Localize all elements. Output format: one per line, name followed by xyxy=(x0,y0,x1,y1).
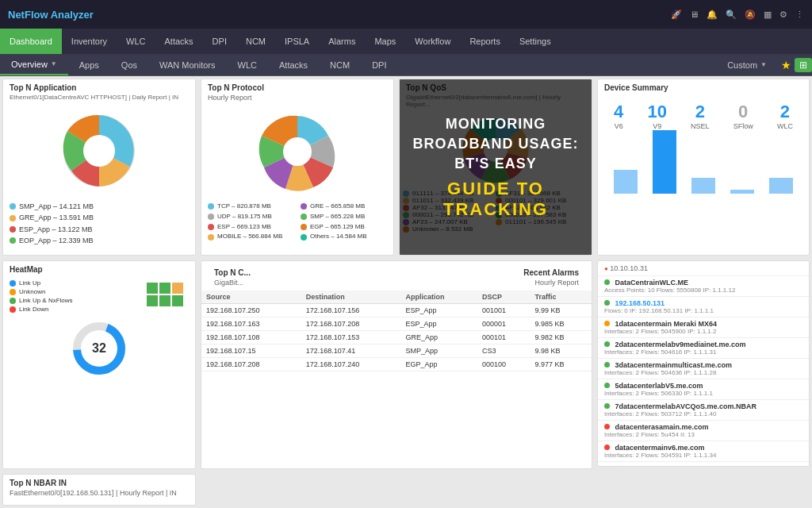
device-sflow: 0 SFlow xyxy=(733,102,753,130)
search-icon[interactable]: 🔍 xyxy=(726,10,737,20)
subnav-apps[interactable]: Apps xyxy=(68,54,110,75)
nav-maps[interactable]: Maps xyxy=(365,29,405,54)
top-n-protocol-title: Top N Protocol xyxy=(201,79,393,94)
device-list-item: 7datacentermelabAVCQoS.me.com.NBAR Inter… xyxy=(598,400,809,421)
sub-nav: Overview ▼ Apps Qos WAN Monitors WLC Att… xyxy=(0,54,812,76)
rocket-icon[interactable]: 🚀 xyxy=(671,10,682,20)
col-source: Source xyxy=(201,291,301,304)
app-logo: NetFlow Analyzer xyxy=(8,9,94,21)
device-list-item: 2datacentermelabv9mediainet.me.com Inter… xyxy=(598,338,809,359)
col-dscp: DSCP xyxy=(477,291,530,304)
col-traffic: Traffic xyxy=(530,291,592,304)
subnav-attacks[interactable]: Attacks xyxy=(268,54,319,75)
nav-inventory[interactable]: Inventory xyxy=(62,29,117,54)
nav-ipsla[interactable]: IPSLA xyxy=(275,29,319,54)
device-numbers: 4 V6 10 V9 2 NSEL 0 SFlow 2 WLC xyxy=(598,94,809,134)
content-overlay: MONITORING BROADBAND USAGE: BT'S EASY GU… xyxy=(400,79,592,255)
device-list-item: datacentermainv6.me.com Interfaces: 2 Fl… xyxy=(598,441,809,462)
overlay-line1: MONITORING BROADBAND USAGE: BT'S EASY xyxy=(400,114,592,175)
status-indicator xyxy=(604,444,610,450)
bell-outline-icon[interactable]: 🔔 xyxy=(707,10,718,20)
subnav-overview[interactable]: Overview ▼ xyxy=(0,54,68,75)
table-row: 192.168.107.108 172.168.107.153 GRE_App … xyxy=(201,331,592,344)
device-wlc: 2 WLC xyxy=(777,102,793,130)
nav-dpi[interactable]: DPI xyxy=(203,29,236,54)
top-n-app-chart xyxy=(3,103,195,198)
nav-wlc[interactable]: WLC xyxy=(117,29,155,54)
nav-settings[interactable]: Settings xyxy=(510,29,561,54)
top-n-table: Source Destination Application DSCP Traf… xyxy=(201,291,592,371)
device-list-item: 3datacentermainmulticast.me.com Interfac… xyxy=(598,359,809,379)
subnav-right: Custom ▼ ★ ⊞ xyxy=(716,58,812,72)
monitor-icon[interactable]: 🖥 xyxy=(690,10,699,20)
nav-alarms[interactable]: Alarms xyxy=(319,29,365,54)
nav-attacks[interactable]: Attacks xyxy=(155,29,203,54)
bar-nsel xyxy=(691,178,715,194)
alarms-title: Recent Alarms xyxy=(517,264,585,279)
status-indicator xyxy=(604,341,610,347)
subnav-wan[interactable]: WAN Monitors xyxy=(148,54,227,75)
bar-v6 xyxy=(614,170,638,194)
top-n-app-title: Top N Application xyxy=(3,79,195,94)
top-bar: NetFlow Analyzer 🚀 🖥 🔔 🔍 🔕 ▦ ⚙ ⋮ xyxy=(0,0,812,29)
chevron-down-icon: ▼ xyxy=(51,60,57,67)
heatmap-legend: Link Up Unknown Link Up & NxFlows Link D… xyxy=(10,279,141,313)
top-n-protocol-card: Top N Protocol Hourly Report TCP – 820.8… xyxy=(201,79,394,256)
top-n-nbar-subtitle: FastEthernet0/0[192.168.50.131] | Hourly… xyxy=(3,489,195,499)
overlay-line2: GUIDE TO TRACKING xyxy=(400,179,592,220)
device-v9: 10 V9 xyxy=(647,102,666,130)
bar-sflow xyxy=(730,190,754,194)
subnav-custom[interactable]: Custom ▼ xyxy=(716,60,778,70)
top-n-nbar-title: Top N NBAR IN xyxy=(3,475,195,489)
bar-v9 xyxy=(653,130,676,194)
layers-icon[interactable]: ▦ xyxy=(764,10,772,20)
subnav-dpi[interactable]: DPI xyxy=(361,54,397,75)
subnav-wlc[interactable]: WLC xyxy=(227,54,268,75)
grid-view-button[interactable]: ⊞ xyxy=(795,58,812,72)
subnav-ncm[interactable]: NCM xyxy=(319,54,361,75)
col-dest: Destination xyxy=(301,291,401,304)
dots-icon[interactable]: ⋮ xyxy=(795,10,804,20)
content-area: Top N Application Ethernet0/1[DataCentre… xyxy=(0,76,812,508)
device-summary-title: Device Summary xyxy=(598,79,809,94)
table-subtitle: GigaBit... xyxy=(208,279,257,289)
status-indicator xyxy=(604,403,610,409)
heatmap-card: HeatMap Link Up Unknown Link Up & NxFlow… xyxy=(2,260,196,468)
nav-dashboard[interactable]: Dashboard xyxy=(0,29,62,54)
status-indicator xyxy=(604,321,610,326)
subnav-qos[interactable]: Qos xyxy=(110,54,148,75)
top-n-app-card: Top N Application Ethernet0/1[DataCentre… xyxy=(2,79,196,256)
device-summary-card: Device Summary 4 V6 10 V9 2 NSEL 0 SFlow… xyxy=(597,79,810,256)
heatmap-title: HeatMap xyxy=(3,261,195,275)
device-list-item: datacenterasamain.me.com Interfaces: 2 F… xyxy=(598,421,809,441)
top-n-qos-card: Top N QoS GigabitEthernet0/2[datacenterm… xyxy=(399,79,592,256)
gear-icon[interactable]: ⚙ xyxy=(779,10,787,20)
alert-icon[interactable]: 🔕 xyxy=(745,10,756,20)
nav-ncm[interactable]: NCM xyxy=(236,29,275,54)
device-list-item: DataCentrainWLC.ME Access Points: 10 Flo… xyxy=(598,276,809,297)
status-indicator xyxy=(604,279,610,285)
chevron-down-icon: ▼ xyxy=(760,61,767,68)
svg-point-2 xyxy=(283,137,312,166)
table-row: 192.168.107.250 172.168.107.156 ESP_App … xyxy=(201,304,592,318)
table-header: Top N C... GigaBit... Recent Alarms Hour… xyxy=(201,261,592,291)
heatmap-content: Link Up Unknown Link Up & NxFlows Link D… xyxy=(3,275,195,317)
device-list-item: 192.168.50.131 Flows: 0 IF: 192.168.50.1… xyxy=(598,297,809,318)
device-list-card: ● 10.10.10.31 DataCentrainWLC.ME Access … xyxy=(597,260,810,467)
device-list-item: 5datacenterlabV5.me.com Interfaces: 2 Fl… xyxy=(598,379,809,400)
alarms-subtitle: Hourly Report xyxy=(517,279,585,289)
svg-point-1 xyxy=(83,135,115,167)
favorite-button[interactable]: ★ xyxy=(781,59,791,71)
top-n-protocol-subtitle: Hourly Report xyxy=(201,94,393,104)
nav-reports[interactable]: Reports xyxy=(460,29,510,54)
main-nav: Dashboard Inventory WLC Attacks DPI NCM … xyxy=(0,29,812,54)
status-indicator xyxy=(604,362,610,368)
top-icons: 🚀 🖥 🔔 🔍 🔕 ▦ ⚙ ⋮ xyxy=(671,10,804,20)
nav-workflow[interactable]: Workflow xyxy=(405,29,460,54)
device-v6: 4 V6 xyxy=(614,102,623,130)
heatmap-donut: 32 xyxy=(3,317,195,380)
table-card: Top N C... GigaBit... Recent Alarms Hour… xyxy=(201,260,592,468)
table-row: 192.168.107.15 172.168.107.41 SMP_App CS… xyxy=(201,344,592,358)
device-bar-chart xyxy=(598,134,809,198)
table-row: 192.168.107.163 172.168.107.208 ESP_App … xyxy=(201,318,592,331)
